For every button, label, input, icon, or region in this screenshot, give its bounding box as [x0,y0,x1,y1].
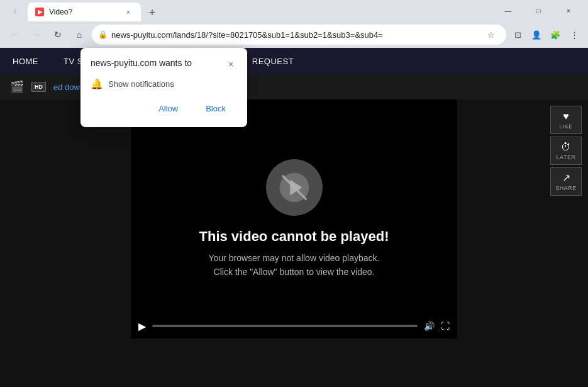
video-play-button[interactable]: ▶ [138,320,146,332]
tab-strip-back: ‹ [5,1,25,21]
video-player: This video cannot be played! Your browse… [131,99,457,339]
nav-request[interactable]: REQUEST [240,48,306,74]
nav-home[interactable]: HOME [13,48,51,74]
notification-popup: news-puyitu.com wants to × 🔔 Show notifi… [80,48,247,127]
address-text: news-puyitu.com/lands/18/?site=8021705&s… [111,30,479,40]
maximize-button[interactable]: □ [524,0,553,21]
toolbar-icons: ⊡ 👤 🧩 ⋮ [509,26,583,43]
extensions-icon[interactable]: 🧩 [546,26,564,43]
popup-title: news-puyitu.com wants to [91,58,192,68]
side-buttons: ♥ LIKE ⏱ LATER ↗ SHARE [550,106,582,196]
reload-button[interactable]: ↻ [48,25,68,45]
notification-text: Show notifications [108,79,174,89]
like-label: LIKE [559,123,573,130]
settings-icon[interactable]: ⋮ [565,26,583,43]
later-label: LATER [557,154,576,160]
close-button[interactable]: × [554,0,583,21]
bell-icon: 🔔 [91,78,103,90]
nav-buttons: ← → ↻ ⌂ [5,25,89,45]
allow-button[interactable]: Allow [147,100,189,117]
volume-icon[interactable]: 🔊 [424,321,435,331]
no-play-icon-circle [266,159,323,216]
tab-close-button[interactable]: × [123,7,133,17]
address-bar-actions: ☆ [482,26,500,43]
share-button[interactable]: ↗ SHARE [550,167,582,196]
home-button[interactable]: ⌂ [69,25,89,45]
window-controls: — □ × [494,0,583,21]
popup-notification-row: 🔔 Show notifications [91,78,237,90]
video-error-title: This video cannot be played! [199,228,389,245]
hd-badge: HD [31,82,46,92]
share-label: SHARE [555,185,577,191]
title-bar: ‹ ▶ Video? × + — □ × [0,0,588,21]
video-progress-bar[interactable] [152,325,418,327]
bookmark-star-icon[interactable]: ☆ [482,26,500,43]
film-icon: 🎬 [10,80,24,94]
lock-icon: 🔒 [98,30,108,39]
tab-strip: ▶ Video? × + [28,0,491,21]
video-error-sub1: Your browser may not allow video playbac… [209,251,380,265]
video-wrapper: This video cannot be played! Your browse… [68,99,520,339]
forward-button: → [26,25,47,45]
later-button[interactable]: ⏱ LATER [550,137,582,165]
address-bar: ← → ↻ ⌂ 🔒 news-puyitu.com/lands/18/?site… [0,21,588,48]
profile-icon[interactable]: 👤 [528,26,545,43]
tab-favicon: ▶ [35,8,44,16]
back-button: ← [5,25,25,45]
share-icon: ↗ [562,172,570,184]
block-button[interactable]: Block [194,100,237,117]
minimize-button[interactable]: — [494,0,523,21]
fullscreen-icon[interactable]: ⛶ [441,321,450,331]
new-tab-button[interactable]: + [143,4,161,21]
video-controls-bar: ▶ 🔊 ⛶ [131,313,457,339]
address-input-wrap[interactable]: 🔒 news-puyitu.com/lands/18/?site=8021705… [92,25,506,45]
later-icon: ⏱ [561,142,571,153]
popup-buttons: Allow Block [91,100,237,117]
like-icon: ♥ [563,111,569,122]
tab-title: Video? [49,8,118,16]
popup-header: news-puyitu.com wants to × [91,58,237,70]
cast-icon[interactable]: ⊡ [509,26,526,43]
tab-strip-chevron: ‹ [5,1,25,21]
chrome-frame: ‹ ▶ Video? × + — □ × ← → ↻ ⌂ 🔒 [0,0,588,387]
popup-close-button[interactable]: × [225,58,237,70]
video-error-sub2: Click the "Allow" button to view the vid… [214,265,375,279]
active-tab[interactable]: ▶ Video? × [28,3,141,21]
like-button[interactable]: ♥ LIKE [550,106,582,134]
no-play-svg [279,172,310,203]
